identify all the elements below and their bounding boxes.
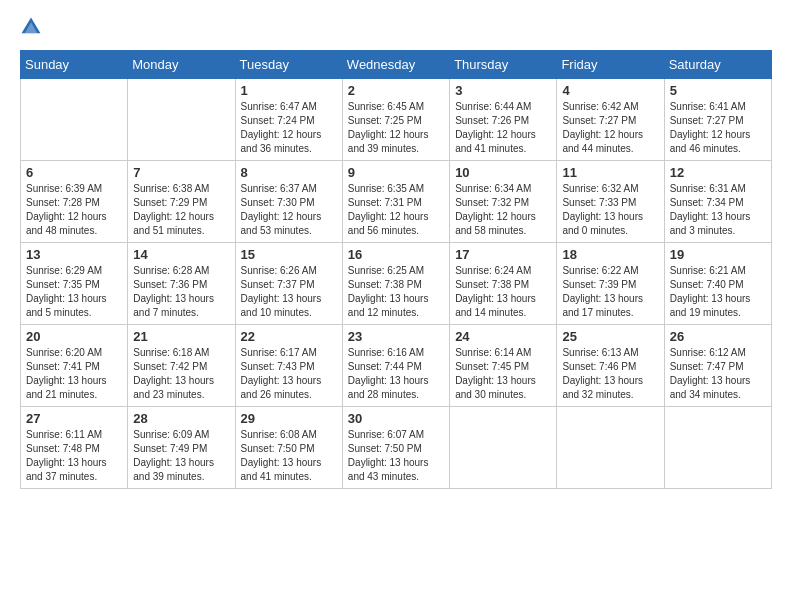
col-tuesday: Tuesday xyxy=(235,51,342,79)
day-number: 21 xyxy=(133,329,229,344)
calendar-cell xyxy=(664,407,771,489)
calendar-cell: 1Sunrise: 6:47 AMSunset: 7:24 PMDaylight… xyxy=(235,79,342,161)
calendar-cell: 19Sunrise: 6:21 AMSunset: 7:40 PMDayligh… xyxy=(664,243,771,325)
col-saturday: Saturday xyxy=(664,51,771,79)
day-number: 16 xyxy=(348,247,444,262)
day-number: 26 xyxy=(670,329,766,344)
week-row-3: 13Sunrise: 6:29 AMSunset: 7:35 PMDayligh… xyxy=(21,243,772,325)
calendar-cell: 15Sunrise: 6:26 AMSunset: 7:37 PMDayligh… xyxy=(235,243,342,325)
day-number: 13 xyxy=(26,247,122,262)
calendar-cell xyxy=(450,407,557,489)
calendar-table: Sunday Monday Tuesday Wednesday Thursday… xyxy=(20,50,772,489)
day-info: Sunrise: 6:28 AMSunset: 7:36 PMDaylight:… xyxy=(133,264,229,320)
page: Sunday Monday Tuesday Wednesday Thursday… xyxy=(0,0,792,612)
calendar-cell: 20Sunrise: 6:20 AMSunset: 7:41 PMDayligh… xyxy=(21,325,128,407)
day-info: Sunrise: 6:47 AMSunset: 7:24 PMDaylight:… xyxy=(241,100,337,156)
col-wednesday: Wednesday xyxy=(342,51,449,79)
day-info: Sunrise: 6:25 AMSunset: 7:38 PMDaylight:… xyxy=(348,264,444,320)
day-number: 10 xyxy=(455,165,551,180)
day-info: Sunrise: 6:38 AMSunset: 7:29 PMDaylight:… xyxy=(133,182,229,238)
col-thursday: Thursday xyxy=(450,51,557,79)
day-info: Sunrise: 6:31 AMSunset: 7:34 PMDaylight:… xyxy=(670,182,766,238)
calendar-cell: 18Sunrise: 6:22 AMSunset: 7:39 PMDayligh… xyxy=(557,243,664,325)
day-number: 6 xyxy=(26,165,122,180)
col-friday: Friday xyxy=(557,51,664,79)
calendar-cell: 14Sunrise: 6:28 AMSunset: 7:36 PMDayligh… xyxy=(128,243,235,325)
calendar-cell: 4Sunrise: 6:42 AMSunset: 7:27 PMDaylight… xyxy=(557,79,664,161)
day-info: Sunrise: 6:18 AMSunset: 7:42 PMDaylight:… xyxy=(133,346,229,402)
logo-area xyxy=(20,16,46,38)
day-info: Sunrise: 6:21 AMSunset: 7:40 PMDaylight:… xyxy=(670,264,766,320)
day-info: Sunrise: 6:20 AMSunset: 7:41 PMDaylight:… xyxy=(26,346,122,402)
day-info: Sunrise: 6:37 AMSunset: 7:30 PMDaylight:… xyxy=(241,182,337,238)
calendar-body: 1Sunrise: 6:47 AMSunset: 7:24 PMDaylight… xyxy=(21,79,772,489)
calendar-cell: 16Sunrise: 6:25 AMSunset: 7:38 PMDayligh… xyxy=(342,243,449,325)
day-info: Sunrise: 6:26 AMSunset: 7:37 PMDaylight:… xyxy=(241,264,337,320)
calendar-cell: 10Sunrise: 6:34 AMSunset: 7:32 PMDayligh… xyxy=(450,161,557,243)
day-info: Sunrise: 6:32 AMSunset: 7:33 PMDaylight:… xyxy=(562,182,658,238)
day-info: Sunrise: 6:45 AMSunset: 7:25 PMDaylight:… xyxy=(348,100,444,156)
calendar-cell: 30Sunrise: 6:07 AMSunset: 7:50 PMDayligh… xyxy=(342,407,449,489)
day-number: 12 xyxy=(670,165,766,180)
header-area xyxy=(20,16,772,38)
day-number: 8 xyxy=(241,165,337,180)
day-number: 28 xyxy=(133,411,229,426)
day-info: Sunrise: 6:14 AMSunset: 7:45 PMDaylight:… xyxy=(455,346,551,402)
week-row-1: 1Sunrise: 6:47 AMSunset: 7:24 PMDaylight… xyxy=(21,79,772,161)
week-row-4: 20Sunrise: 6:20 AMSunset: 7:41 PMDayligh… xyxy=(21,325,772,407)
day-info: Sunrise: 6:17 AMSunset: 7:43 PMDaylight:… xyxy=(241,346,337,402)
calendar-cell: 7Sunrise: 6:38 AMSunset: 7:29 PMDaylight… xyxy=(128,161,235,243)
calendar-cell: 27Sunrise: 6:11 AMSunset: 7:48 PMDayligh… xyxy=(21,407,128,489)
day-info: Sunrise: 6:35 AMSunset: 7:31 PMDaylight:… xyxy=(348,182,444,238)
day-number: 9 xyxy=(348,165,444,180)
calendar-cell: 8Sunrise: 6:37 AMSunset: 7:30 PMDaylight… xyxy=(235,161,342,243)
calendar-cell: 22Sunrise: 6:17 AMSunset: 7:43 PMDayligh… xyxy=(235,325,342,407)
day-number: 1 xyxy=(241,83,337,98)
day-info: Sunrise: 6:08 AMSunset: 7:50 PMDaylight:… xyxy=(241,428,337,484)
calendar-cell xyxy=(128,79,235,161)
day-info: Sunrise: 6:09 AMSunset: 7:49 PMDaylight:… xyxy=(133,428,229,484)
week-row-5: 27Sunrise: 6:11 AMSunset: 7:48 PMDayligh… xyxy=(21,407,772,489)
day-info: Sunrise: 6:16 AMSunset: 7:44 PMDaylight:… xyxy=(348,346,444,402)
day-number: 20 xyxy=(26,329,122,344)
day-number: 25 xyxy=(562,329,658,344)
day-info: Sunrise: 6:41 AMSunset: 7:27 PMDaylight:… xyxy=(670,100,766,156)
calendar-cell: 23Sunrise: 6:16 AMSunset: 7:44 PMDayligh… xyxy=(342,325,449,407)
day-number: 15 xyxy=(241,247,337,262)
day-info: Sunrise: 6:12 AMSunset: 7:47 PMDaylight:… xyxy=(670,346,766,402)
calendar-cell: 13Sunrise: 6:29 AMSunset: 7:35 PMDayligh… xyxy=(21,243,128,325)
general-blue-logo-icon xyxy=(20,16,42,38)
day-info: Sunrise: 6:29 AMSunset: 7:35 PMDaylight:… xyxy=(26,264,122,320)
day-info: Sunrise: 6:24 AMSunset: 7:38 PMDaylight:… xyxy=(455,264,551,320)
calendar-cell: 9Sunrise: 6:35 AMSunset: 7:31 PMDaylight… xyxy=(342,161,449,243)
calendar-cell: 24Sunrise: 6:14 AMSunset: 7:45 PMDayligh… xyxy=(450,325,557,407)
day-info: Sunrise: 6:42 AMSunset: 7:27 PMDaylight:… xyxy=(562,100,658,156)
day-info: Sunrise: 6:39 AMSunset: 7:28 PMDaylight:… xyxy=(26,182,122,238)
calendar-cell: 25Sunrise: 6:13 AMSunset: 7:46 PMDayligh… xyxy=(557,325,664,407)
week-row-2: 6Sunrise: 6:39 AMSunset: 7:28 PMDaylight… xyxy=(21,161,772,243)
day-number: 7 xyxy=(133,165,229,180)
calendar-cell: 26Sunrise: 6:12 AMSunset: 7:47 PMDayligh… xyxy=(664,325,771,407)
days-of-week-row: Sunday Monday Tuesday Wednesday Thursday… xyxy=(21,51,772,79)
day-info: Sunrise: 6:44 AMSunset: 7:26 PMDaylight:… xyxy=(455,100,551,156)
calendar-cell: 11Sunrise: 6:32 AMSunset: 7:33 PMDayligh… xyxy=(557,161,664,243)
calendar-cell: 21Sunrise: 6:18 AMSunset: 7:42 PMDayligh… xyxy=(128,325,235,407)
calendar-cell: 6Sunrise: 6:39 AMSunset: 7:28 PMDaylight… xyxy=(21,161,128,243)
day-number: 11 xyxy=(562,165,658,180)
day-number: 19 xyxy=(670,247,766,262)
day-info: Sunrise: 6:07 AMSunset: 7:50 PMDaylight:… xyxy=(348,428,444,484)
calendar-cell: 29Sunrise: 6:08 AMSunset: 7:50 PMDayligh… xyxy=(235,407,342,489)
day-number: 5 xyxy=(670,83,766,98)
day-info: Sunrise: 6:11 AMSunset: 7:48 PMDaylight:… xyxy=(26,428,122,484)
day-number: 29 xyxy=(241,411,337,426)
day-number: 2 xyxy=(348,83,444,98)
calendar-cell: 2Sunrise: 6:45 AMSunset: 7:25 PMDaylight… xyxy=(342,79,449,161)
calendar-cell: 17Sunrise: 6:24 AMSunset: 7:38 PMDayligh… xyxy=(450,243,557,325)
calendar-cell: 28Sunrise: 6:09 AMSunset: 7:49 PMDayligh… xyxy=(128,407,235,489)
day-number: 27 xyxy=(26,411,122,426)
day-info: Sunrise: 6:34 AMSunset: 7:32 PMDaylight:… xyxy=(455,182,551,238)
day-number: 4 xyxy=(562,83,658,98)
calendar-cell xyxy=(21,79,128,161)
calendar-cell: 12Sunrise: 6:31 AMSunset: 7:34 PMDayligh… xyxy=(664,161,771,243)
calendar-cell: 3Sunrise: 6:44 AMSunset: 7:26 PMDaylight… xyxy=(450,79,557,161)
